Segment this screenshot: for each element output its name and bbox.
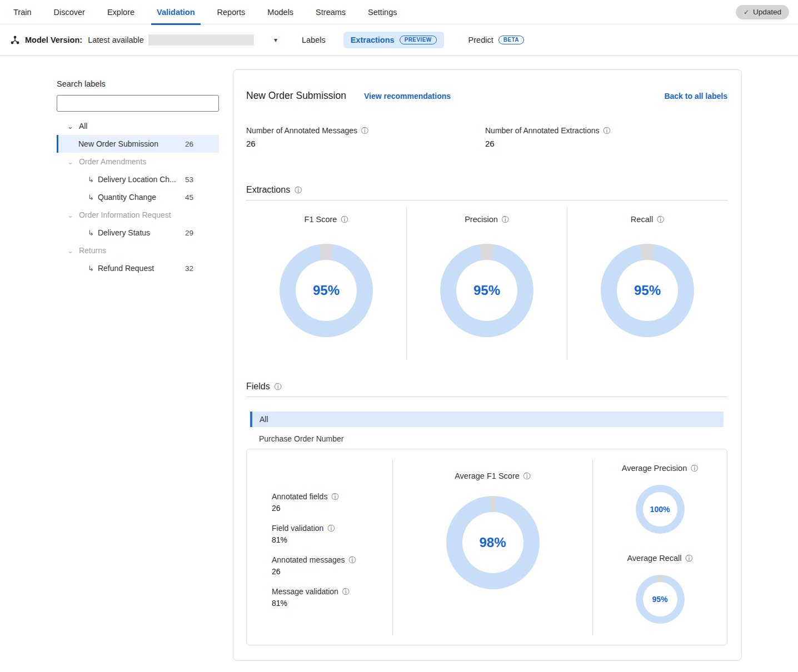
info-icon[interactable]: ⓘ [275,383,282,390]
tree-item-label: All [79,122,88,131]
precision-donut: 95% [440,244,533,337]
info-icon[interactable]: ⓘ [502,216,509,223]
sidebar-item-delivery-status[interactable]: ↳ Delivery Status 29 [57,224,219,242]
annotation-stats: Number of Annotated Messages ⓘ 26 Number… [246,126,727,148]
search-labels-title: Search labels [57,79,219,88]
nav-item-models[interactable]: Models [262,0,299,24]
label-count: 53 [185,175,193,184]
info-icon[interactable]: ⓘ [295,187,302,194]
info-icon[interactable]: ⓘ [361,127,368,134]
fields-section-title: Fields ⓘ [246,382,727,397]
nav-item-train[interactable]: Train [8,0,37,24]
stat-value: 81% [272,598,392,609]
annotated-extractions-stat: Number of Annotated Extractions ⓘ 26 [485,126,724,148]
donut-value: 95% [473,283,500,298]
tree-item-label: Delivery Status [98,228,150,237]
model-version-label: Model Version: [25,36,82,44]
tab-extractions-label: Extractions [351,36,395,44]
labels-tree: ⌄ All New Order Submission 26 ⌄ Order Am… [57,117,219,277]
stat-value: 81% [272,534,392,545]
chevron-down-icon: ⌄ [67,212,73,219]
model-version-select[interactable]: Latest available ▾ [88,34,277,46]
tab-predict-label: Predict [468,36,493,44]
extractions-section-title: Extractions ⓘ [246,185,727,200]
field-row-purchase-order-number[interactable]: Purchase Order Number [246,434,727,443]
stat-value: 26 [246,139,485,148]
sidebar-item-delivery-location-change[interactable]: ↳ Delivery Location Ch... 53 [57,170,219,188]
tree-item-label: Order Amendments [79,157,146,166]
tree-item-label: New Order Submission [78,139,158,148]
status-badge-label: Updated [753,8,781,16]
nav-item-discover[interactable]: Discover [48,0,91,24]
nav-item-explore[interactable]: Explore [102,0,140,24]
info-icon[interactable]: ⓘ [341,216,348,223]
info-icon[interactable]: ⓘ [657,216,664,223]
chart-title-text: Average F1 Score [455,472,520,480]
sidebar-item-returns[interactable]: ⌄ Returns [57,242,219,259]
field-stats-column: Annotated fields ⓘ 26 Field validation ⓘ… [247,449,392,645]
average-precision-donut: 100% [636,485,685,534]
info-icon[interactable]: ⓘ [342,588,350,595]
stat-value: 26 [272,503,392,514]
stat-value: 26 [272,566,392,577]
labels-sidebar: Search labels ⌄ All New Order Submission… [57,79,219,277]
tab-labels[interactable]: Labels [302,36,326,44]
annotated-messages-stat: Number of Annotated Messages ⓘ 26 [246,126,485,148]
info-icon[interactable]: ⓘ [349,556,356,564]
child-arrow-icon: ↳ [88,194,94,201]
info-icon[interactable]: ⓘ [686,555,693,562]
stat-label: Number of Annotated Messages [246,126,357,135]
nav-item-validation[interactable]: Validation [151,0,201,24]
chart-title-text: Recall [631,215,653,224]
fields-all-row[interactable]: All [250,412,724,427]
chart-title-text: Average Precision [622,464,687,473]
sidebar-item-new-order-submission[interactable]: New Order Submission 26 [57,135,219,153]
donut-value: 95% [652,595,667,604]
field-validation-stat: Field validation ⓘ 81% [272,523,392,545]
view-recommendations-link[interactable]: View recommendations [364,92,451,101]
tab-predict[interactable]: Predict BETA [468,36,524,44]
donut-value: 98% [479,535,506,550]
fields-all-label: All [260,415,268,424]
back-to-all-labels-link[interactable]: Back to all labels [664,92,727,101]
nav-item-reports[interactable]: Reports [212,0,251,24]
sidebar-item-all[interactable]: ⌄ All [57,117,219,135]
stat-label: Annotated fields [272,492,327,502]
stat-label: Number of Annotated Extractions [485,126,599,135]
model-version-value: Latest available [88,36,144,44]
precision-column: Precision ⓘ 95% [406,207,567,359]
page-title: New Order Submission [246,90,346,102]
info-icon[interactable]: ⓘ [603,127,610,134]
chart-title-text: Average Recall [627,554,681,563]
nav-item-streams[interactable]: Streams [310,0,351,24]
message-validation-stat: Message validation ⓘ 81% [272,586,392,609]
model-bar: Model Version: Latest available ▾ Labels… [0,24,798,56]
caret-down-icon: ▾ [274,36,277,44]
info-icon[interactable]: ⓘ [327,525,335,532]
tab-labels-label: Labels [302,36,326,44]
sidebar-item-order-information-request[interactable]: ⌄ Order Information Request [57,206,219,224]
info-icon[interactable]: ⓘ [691,465,698,472]
beta-badge: BETA [498,36,524,44]
child-arrow-icon: ↳ [88,265,94,272]
label-count: 45 [185,193,193,202]
sidebar-item-refund-request[interactable]: ↳ Refund Request 32 [57,259,219,277]
recall-donut: 95% [601,244,694,337]
average-f1-donut: 98% [446,496,540,589]
sidebar-item-order-amendments[interactable]: ⌄ Order Amendments [57,153,219,170]
chart-title-text: F1 Score [305,215,337,224]
tab-extractions[interactable]: Extractions PREVIEW [343,32,444,48]
stat-label: Annotated messages [272,555,345,565]
search-labels-input[interactable] [57,95,219,112]
sidebar-item-quantity-change[interactable]: ↳ Quantity Change 45 [57,188,219,206]
page: Train Discover Explore Validation Report… [0,0,798,672]
label-count: 29 [185,229,193,237]
model-icon [10,35,20,45]
info-icon[interactable]: ⓘ [331,493,338,500]
chart-title-text: Precision [465,215,498,224]
status-badge-updated: ✓ Updated [736,5,789,19]
label-count: 26 [185,140,193,148]
nav-item-settings[interactable]: Settings [362,0,402,24]
tree-item-label: Order Information Request [79,210,171,219]
info-icon[interactable]: ⓘ [523,473,531,480]
